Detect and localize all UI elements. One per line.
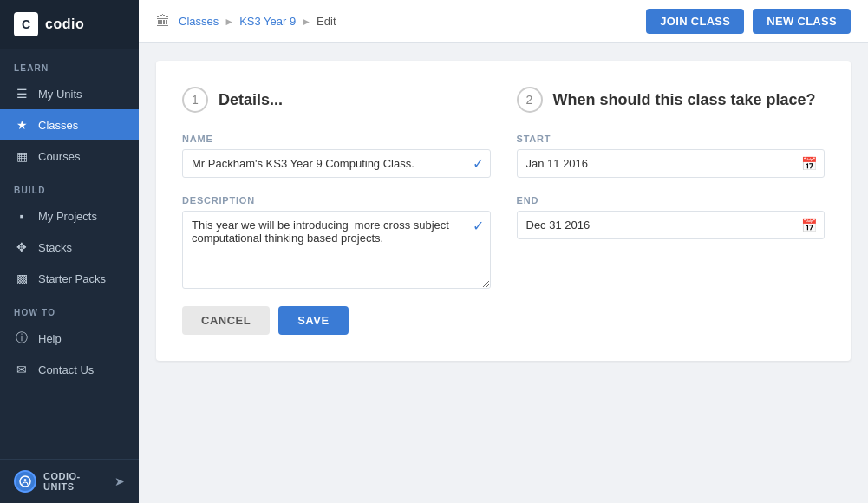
logo: C codio xyxy=(0,0,139,49)
logo-text: codio xyxy=(45,16,84,32)
new-class-button[interactable]: NEW CLASS xyxy=(753,9,851,34)
sidebar: C codio LEARN ☰ My Units ★ Classes ▦ Cou… xyxy=(0,0,139,503)
name-input[interactable] xyxy=(182,149,491,178)
form-actions: CANCEL SAVE xyxy=(182,306,491,335)
sidebar-bottom: CODIO-UNITS ➤ xyxy=(0,459,139,503)
step2-circle: 2 xyxy=(517,87,543,113)
build-section-label: BUILD xyxy=(0,172,139,200)
sidebar-user: CODIO-UNITS ➤ xyxy=(0,460,139,503)
start-input[interactable] xyxy=(517,149,826,178)
start-group: START 📅 xyxy=(517,134,826,178)
avatar xyxy=(14,470,36,493)
breadcrumb-ks3[interactable]: KS3 Year 9 xyxy=(239,15,296,28)
cancel-button[interactable]: CANCEL xyxy=(182,306,270,335)
start-calendar-icon[interactable]: 📅 xyxy=(801,156,818,172)
end-group: END 📅 xyxy=(517,195,826,239)
breadcrumb-home-icon: 🏛 xyxy=(156,14,170,29)
sidebar-item-contact-us[interactable]: ✉ Contact Us xyxy=(0,354,139,385)
start-label: START xyxy=(517,134,826,144)
stacks-icon: ✥ xyxy=(14,239,29,255)
learn-section-label: LEARN xyxy=(0,49,139,78)
logout-icon[interactable]: ➤ xyxy=(114,474,125,488)
breadcrumb-edit: Edit xyxy=(317,15,336,28)
svg-point-1 xyxy=(24,479,27,481)
breadcrumb-classes[interactable]: Classes xyxy=(179,15,219,28)
end-input[interactable] xyxy=(517,211,826,239)
details-header: 1 Details... xyxy=(182,87,491,113)
end-input-wrapper: 📅 xyxy=(517,211,826,239)
contact-icon: ✉ xyxy=(14,362,29,377)
schedule-section: 2 When should this class take place? STA… xyxy=(517,87,826,335)
sidebar-item-label-my-units: My Units xyxy=(38,88,82,101)
sidebar-item-label-my-projects: My Projects xyxy=(38,210,97,223)
topbar-buttons: JOIN CLASS NEW CLASS xyxy=(646,9,851,34)
content-area: 1 Details... NAME ✓ DESCRIPTION xyxy=(139,43,868,503)
start-input-wrapper: 📅 xyxy=(517,149,826,178)
sidebar-item-label-classes: Classes xyxy=(38,119,78,132)
description-group: DESCRIPTION This year we will be introdu… xyxy=(182,195,491,289)
sidebar-item-starter-packs[interactable]: ▩ Starter Packs xyxy=(0,263,139,294)
starter-packs-icon: ▩ xyxy=(14,271,29,286)
name-check-icon: ✓ xyxy=(473,155,484,172)
join-class-button[interactable]: JOIN CLASS xyxy=(646,9,744,34)
sidebar-item-help[interactable]: ⓘ Help xyxy=(0,323,139,354)
description-input-wrapper: This year we will be introducing more cr… xyxy=(182,211,491,289)
step1-circle: 1 xyxy=(182,87,208,113)
details-section: 1 Details... NAME ✓ DESCRIPTION xyxy=(182,87,491,335)
schedule-header: 2 When should this class take place? xyxy=(517,87,826,113)
projects-icon: ▪ xyxy=(14,208,29,224)
courses-icon: ▦ xyxy=(14,148,29,164)
sidebar-item-my-units[interactable]: ☰ My Units xyxy=(0,78,139,109)
name-input-wrapper: ✓ xyxy=(182,149,491,178)
breadcrumb-sep1: ► xyxy=(224,16,234,28)
description-check-icon: ✓ xyxy=(473,218,484,234)
book-icon: ☰ xyxy=(14,86,29,101)
breadcrumb: 🏛 Classes ► KS3 Year 9 ► Edit xyxy=(156,14,336,29)
step2-title: When should this class take place? xyxy=(553,91,816,109)
username: CODIO-UNITS xyxy=(43,471,108,492)
logo-icon: C xyxy=(14,12,38,36)
end-calendar-icon[interactable]: 📅 xyxy=(801,218,818,233)
sidebar-item-stacks[interactable]: ✥ Stacks xyxy=(0,232,139,263)
sidebar-item-classes[interactable]: ★ Classes xyxy=(0,109,139,140)
edit-form-card: 1 Details... NAME ✓ DESCRIPTION xyxy=(156,61,851,361)
form-grid: 1 Details... NAME ✓ DESCRIPTION xyxy=(182,87,825,335)
help-icon: ⓘ xyxy=(14,330,29,346)
description-textarea[interactable]: This year we will be introducing more cr… xyxy=(182,211,491,289)
main-area: 🏛 Classes ► KS3 Year 9 ► Edit JOIN CLASS… xyxy=(139,0,868,503)
sidebar-item-my-projects[interactable]: ▪ My Projects xyxy=(0,200,139,232)
sidebar-item-label-stacks: Stacks xyxy=(38,241,72,254)
howto-section-label: HOW TO xyxy=(0,294,139,323)
classes-icon: ★ xyxy=(14,117,29,133)
sidebar-item-label-courses: Courses xyxy=(38,150,80,163)
sidebar-item-label-contact-us: Contact Us xyxy=(38,363,94,376)
topbar: 🏛 Classes ► KS3 Year 9 ► Edit JOIN CLASS… xyxy=(139,0,868,43)
step1-title: Details... xyxy=(219,91,283,109)
save-button[interactable]: SAVE xyxy=(278,306,348,335)
sidebar-item-label-help: Help xyxy=(38,332,62,345)
sidebar-item-courses[interactable]: ▦ Courses xyxy=(0,140,139,172)
breadcrumb-sep2: ► xyxy=(301,16,311,28)
name-label: NAME xyxy=(182,134,491,144)
name-group: NAME ✓ xyxy=(182,134,491,178)
sidebar-item-label-starter-packs: Starter Packs xyxy=(38,272,106,285)
description-label: DESCRIPTION xyxy=(182,195,491,206)
end-label: END xyxy=(517,195,826,206)
